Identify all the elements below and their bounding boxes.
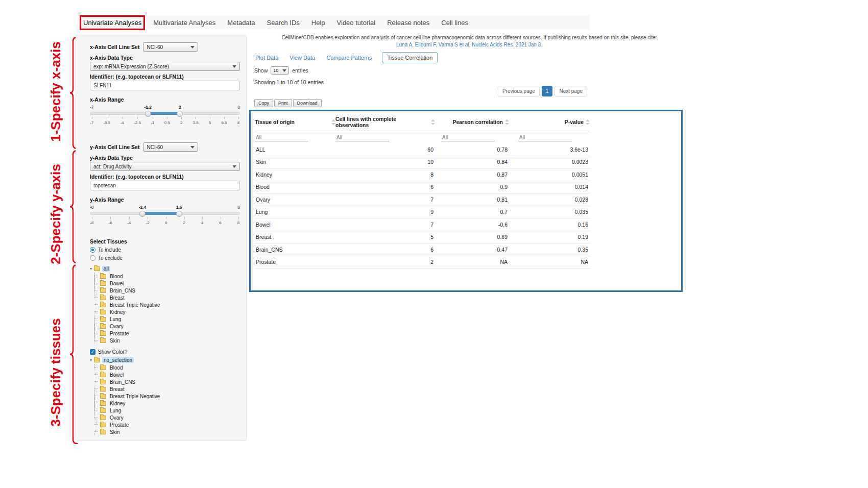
y-axis-range-slider[interactable]: -8 -2.4 1.5 8 -8-6-4-202468 — [90, 205, 240, 229]
x-axis-identifier-input[interactable] — [90, 81, 240, 90]
tree-item-label[interactable]: Bowel — [108, 281, 125, 286]
tree-item-tissue[interactable]: Lung — [94, 315, 240, 323]
header-cell-lines[interactable]: Cell lines with complete observations — [335, 116, 435, 128]
nav-video-tutorial[interactable]: Video tutorial — [337, 19, 376, 27]
radio-include-icon[interactable] — [90, 247, 95, 253]
tree-item-label[interactable]: Skin — [108, 429, 121, 435]
tree-item-tissue[interactable]: Breast Triple Negative — [94, 393, 240, 400]
x-slider-handle-high[interactable] — [177, 111, 183, 117]
tree-item-tissue[interactable]: Breast Triple Negative — [94, 301, 240, 308]
show-color-checkbox[interactable] — [90, 349, 95, 355]
tree-item-label[interactable]: Breast Triple Negative — [108, 394, 161, 399]
y-slider-handle-low[interactable] — [139, 211, 146, 217]
tree-item-tissue[interactable]: Breast — [94, 385, 240, 393]
previous-page-button[interactable]: Previous page — [498, 86, 540, 96]
nav-univariate-analyses[interactable]: Univariate Analyses — [83, 19, 141, 27]
tab-compare-patterns[interactable]: Compare Patterns — [325, 53, 373, 63]
tree-root-no-selection-label[interactable]: no_selection — [102, 357, 134, 363]
x-slider-handle-low[interactable] — [145, 111, 151, 117]
filter-p-value-input[interactable] — [518, 134, 572, 141]
show-color-option[interactable]: Show Color? — [90, 349, 240, 355]
tree-item-tissue[interactable]: Lung — [94, 407, 240, 414]
tree-item-label[interactable]: Ovary — [108, 415, 125, 421]
tab-plot-data[interactable]: Plot Data — [254, 53, 279, 63]
sort-icon[interactable] — [431, 119, 435, 125]
tree-item-label[interactable]: Blood — [108, 365, 125, 371]
nav-multivariate-analyses[interactable]: Multivariate Analyses — [153, 19, 215, 27]
tree-item-label[interactable]: Brain_CNS — [108, 288, 137, 294]
y-slider-track[interactable] — [90, 212, 240, 215]
print-button[interactable]: Print — [274, 99, 292, 107]
tissues-exclude-option[interactable]: To exclude — [90, 255, 240, 261]
tissues-include-option[interactable]: To include — [90, 247, 240, 253]
tree-item-label[interactable]: Prostate — [108, 331, 130, 336]
citation-link[interactable]: Luna A, Elloumi F, Varma S et al. Nuclei… — [249, 42, 689, 47]
x-slider-track[interactable] — [90, 112, 240, 115]
tree-item-tissue[interactable]: Brain_CNS — [94, 378, 240, 385]
tree-item-tissue[interactable]: Kidney — [94, 308, 240, 315]
download-button[interactable]: Download — [293, 99, 322, 107]
page-size-select[interactable]: 10 — [271, 66, 289, 75]
sort-icon[interactable] — [505, 119, 509, 125]
tree-item-tissue[interactable]: Bowel — [94, 280, 240, 287]
header-p-value[interactable]: P-value — [509, 116, 590, 128]
x-axis-range-slider[interactable]: -7 -1.2 2 8 -7-5.5-4-2.5-10.523.556.58 — [90, 105, 240, 129]
tab-view-data[interactable]: View Data — [288, 53, 316, 63]
cell-tissue: Ovary — [255, 197, 335, 203]
x-axis-identifier-label: Identifier: (e.g. topotecan or SLFN11) — [90, 74, 240, 80]
next-page-button[interactable]: Next page — [554, 86, 587, 96]
nav-search-ids[interactable]: Search IDs — [267, 19, 300, 27]
nav-release-notes[interactable]: Release notes — [387, 19, 429, 27]
tab-tissue-correlation[interactable]: Tissue Correlation — [382, 52, 438, 63]
tree-item-label[interactable]: Kidney — [108, 401, 127, 406]
tree-expand-icon[interactable]: ▾ — [90, 266, 92, 271]
y-slider-handle-high[interactable] — [176, 211, 182, 217]
tree-item-tissue[interactable]: Brain_CNS — [94, 287, 240, 294]
tree-item-label[interactable]: Breast — [108, 386, 126, 392]
tree-item-tissue[interactable]: Prostate — [94, 421, 240, 428]
nav-metadata[interactable]: Metadata — [227, 19, 255, 27]
sort-icon[interactable] — [586, 119, 590, 125]
filter-pearson-input[interactable] — [441, 134, 495, 141]
x-axis-cell-line-set-select[interactable]: NCI-60 — [143, 42, 198, 52]
tree-item-label[interactable]: Prostate — [108, 422, 130, 428]
nav-cell-lines[interactable]: Cell lines — [441, 19, 468, 27]
filter-cell-lines-input[interactable] — [335, 134, 389, 141]
tree-item-tissue[interactable]: Ovary — [94, 414, 240, 421]
tree-item-label[interactable]: Kidney — [108, 309, 127, 315]
y-axis-cell-line-set-select[interactable]: NCI-60 — [143, 142, 198, 152]
tree-item-label[interactable]: Lung — [108, 408, 123, 413]
nav-help[interactable]: Help — [311, 19, 325, 27]
tree-expand-icon[interactable]: ▾ — [90, 358, 92, 362]
tree-item-tissue[interactable]: Breast — [94, 294, 240, 301]
tree-item-label[interactable]: Skin — [108, 338, 121, 344]
tree-item-label[interactable]: Ovary — [108, 324, 125, 329]
radio-exclude-icon[interactable] — [90, 255, 95, 261]
tree-item-label[interactable]: Bowel — [108, 372, 125, 378]
sort-icon[interactable] — [331, 119, 335, 125]
tree-item-label[interactable]: Blood — [108, 274, 125, 279]
y-axis-data-type-select[interactable]: act: Drug Activity — [90, 162, 240, 171]
tree-item-tissue[interactable]: Blood — [94, 273, 240, 280]
tree-item-tissue[interactable]: Skin — [94, 428, 240, 435]
tree-item-label[interactable]: Breast — [108, 295, 126, 301]
tree-item-tissue[interactable]: Kidney — [94, 400, 240, 407]
tree-item-tissue[interactable]: Skin — [94, 337, 240, 344]
tree-item-label[interactable]: Breast Triple Negative — [108, 302, 161, 308]
tree-root-no-selection[interactable]: ▾ no_selection — [90, 356, 240, 364]
page-1-button[interactable]: 1 — [542, 86, 553, 96]
header-pearson-correlation[interactable]: Pearson correlation — [435, 116, 509, 128]
tree-item-tissue[interactable]: Prostate — [94, 330, 240, 337]
tree-item-label[interactable]: Brain_CNS — [108, 379, 137, 385]
tree-root-all-label[interactable]: all — [102, 266, 110, 272]
x-axis-data-type-select[interactable]: exp: mRNA Expression (Z-Score) — [90, 62, 240, 71]
copy-button[interactable]: Copy — [254, 99, 273, 107]
tree-root-all[interactable]: ▾ all — [90, 265, 240, 273]
tree-item-label[interactable]: Lung — [108, 316, 123, 322]
tree-item-tissue[interactable]: Blood — [94, 364, 240, 371]
tree-item-tissue[interactable]: Bowel — [94, 371, 240, 378]
filter-tissue-input[interactable] — [255, 134, 308, 141]
y-axis-identifier-input[interactable] — [90, 181, 240, 190]
header-tissue-of-origin[interactable]: Tissue of origin — [255, 116, 335, 128]
tree-item-tissue[interactable]: Ovary — [94, 323, 240, 330]
